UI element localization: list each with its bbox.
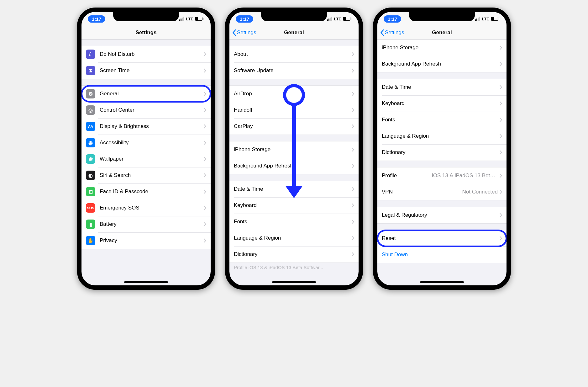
signal-icon <box>475 17 480 21</box>
phone-frame-3: 1:17 LTE Settings General iPhone Storage… <box>373 8 511 290</box>
row-label: CarPlay <box>234 123 352 130</box>
settings-row-about[interactable]: About <box>229 46 359 62</box>
row-label: Face ID & Passcode <box>100 188 204 195</box>
settings-group: Date & TimeKeyboardFontsLanguage & Regio… <box>229 181 359 263</box>
back-label: Settings <box>385 29 404 36</box>
row-label: Shut Down <box>382 252 502 258</box>
chevron-right-icon <box>500 173 502 178</box>
settings-row-privacy[interactable]: ✋Privacy <box>81 232 211 249</box>
row-label: Language & Region <box>382 133 500 139</box>
hourglass-icon: ⧗ <box>86 66 95 75</box>
accessibility-icon: ◉ <box>86 138 95 147</box>
settings-group: ⚙General◎Control CenterAADisplay & Brigh… <box>81 85 211 249</box>
chevron-right-icon <box>352 92 354 96</box>
settings-row-general[interactable]: ⚙General <box>81 86 211 102</box>
settings-group: iPhone StorageBackground App Refresh <box>229 141 359 174</box>
row-label: Display & Brightness <box>100 123 204 130</box>
sos-icon: SOS <box>86 203 95 213</box>
settings-row-date-time[interactable]: Date & Time <box>377 79 507 95</box>
settings-row-emergency-sos[interactable]: SOSEmergency SOS <box>81 200 211 216</box>
settings-group: Date & TimeKeyboardFontsLanguage & Regio… <box>377 79 507 161</box>
settings-group: AirDropHandoffCarPlay <box>229 85 359 135</box>
settings-row-battery[interactable]: ▮Battery <box>81 216 211 232</box>
row-label: Fonts <box>382 117 500 123</box>
toggles-icon: ◎ <box>86 105 95 115</box>
settings-row-accessibility[interactable]: ◉Accessibility <box>81 135 211 151</box>
settings-row-do-not-disturb[interactable]: ☾Do Not Disturb <box>81 46 211 62</box>
settings-row-dictionary[interactable]: Dictionary <box>229 246 359 262</box>
settings-row-iphone-storage[interactable]: iPhone Storage <box>229 141 359 158</box>
settings-row-language-region[interactable]: Language & Region <box>377 128 507 144</box>
row-label: Screen Time <box>100 67 204 74</box>
battery-icon <box>195 17 202 21</box>
page-title: General <box>284 29 304 36</box>
row-label: Software Update <box>234 67 352 74</box>
general-list-scrolled[interactable]: iPhone StorageBackground App RefreshDate… <box>377 40 507 263</box>
chevron-right-icon <box>352 187 354 191</box>
back-label: Settings <box>237 29 256 36</box>
settings-row-display-brightness[interactable]: AADisplay & Brightness <box>81 118 211 135</box>
chevron-right-icon <box>500 45 502 50</box>
settings-row-wallpaper[interactable]: ❀Wallpaper <box>81 151 211 167</box>
notch <box>409 12 475 21</box>
gear-icon: ⚙ <box>86 89 95 98</box>
row-label: About <box>234 51 352 57</box>
screen-settings: 1:17 LTE Settings ☾Do Not Disturb⧗Screen… <box>81 12 211 285</box>
settings-row-reset[interactable]: Reset <box>377 230 507 247</box>
chevron-right-icon <box>204 52 206 56</box>
settings-row-vpn[interactable]: VPNNot Connected <box>377 184 507 200</box>
status-time: 1:17 <box>236 15 253 23</box>
row-label: Fonts <box>234 219 352 225</box>
settings-row-profile[interactable]: ProfileiOS 13 & iPadOS 13 Beta Softwar..… <box>377 167 507 184</box>
phone-frame-2: 1:17 LTE Settings General AboutSoftware … <box>225 8 363 290</box>
settings-row-control-center[interactable]: ◎Control Center <box>81 102 211 118</box>
screen-general: 1:17 LTE Settings General AboutSoftware … <box>229 12 359 285</box>
settings-row-iphone-storage[interactable]: iPhone Storage <box>377 40 507 56</box>
settings-row-software-update[interactable]: Software Update <box>229 62 359 79</box>
home-indicator[interactable] <box>272 281 316 283</box>
settings-row-background-app-refresh[interactable]: Background App Refresh <box>229 158 359 174</box>
settings-row-handoff[interactable]: Handoff <box>229 102 359 118</box>
general-list[interactable]: AboutSoftware UpdateAirDropHandoffCarPla… <box>229 46 359 263</box>
chevron-right-icon <box>204 92 206 96</box>
settings-row-siri-search[interactable]: ◐Siri & Search <box>81 167 211 183</box>
settings-row-keyboard[interactable]: Keyboard <box>377 95 507 112</box>
row-label: Battery <box>100 221 204 227</box>
chevron-right-icon <box>352 203 354 208</box>
home-indicator[interactable] <box>420 281 464 283</box>
settings-row-legal-regulatory[interactable]: Legal & Regulatory <box>377 207 507 223</box>
settings-row-screen-time[interactable]: ⧗Screen Time <box>81 62 211 79</box>
chevron-right-icon <box>352 68 354 73</box>
chevron-right-icon <box>204 189 206 194</box>
settings-row-face-id-passcode[interactable]: ⊡Face ID & Passcode <box>81 183 211 200</box>
settings-row-dictionary[interactable]: Dictionary <box>377 144 507 161</box>
chevron-right-icon <box>500 236 502 241</box>
page-title: Settings <box>135 29 156 36</box>
row-label: Background App Refresh <box>382 61 500 67</box>
chevron-right-icon <box>500 101 502 106</box>
signal-icon <box>179 17 185 21</box>
page-title: General <box>432 29 452 36</box>
settings-group: ☾Do Not Disturb⧗Screen Time <box>81 46 211 79</box>
chevron-left-icon <box>232 29 236 36</box>
battery-icon <box>491 17 498 21</box>
settings-row-language-region[interactable]: Language & Region <box>229 230 359 246</box>
back-button[interactable]: Settings <box>232 26 256 39</box>
chevron-right-icon <box>204 222 206 226</box>
settings-row-carplay[interactable]: CarPlay <box>229 118 359 135</box>
settings-row-fonts[interactable]: Fonts <box>229 214 359 230</box>
row-label: AirDrop <box>234 91 352 97</box>
settings-row-fonts[interactable]: Fonts <box>377 112 507 128</box>
row-label: Reset <box>382 235 500 241</box>
settings-row-keyboard[interactable]: Keyboard <box>229 197 359 214</box>
home-indicator[interactable] <box>124 281 168 283</box>
settings-row-date-time[interactable]: Date & Time <box>229 181 359 197</box>
settings-list[interactable]: ☾Do Not Disturb⧗Screen Time⚙General◎Cont… <box>81 46 211 249</box>
settings-group: Legal & Regulatory <box>377 207 507 224</box>
settings-row-airdrop[interactable]: AirDrop <box>229 86 359 102</box>
battery-icon: ▮ <box>86 220 95 229</box>
back-button[interactable]: Settings <box>380 26 404 39</box>
settings-row-shut-down[interactable]: Shut Down <box>377 247 507 263</box>
row-label: iPhone Storage <box>382 45 500 51</box>
settings-row-background-app-refresh[interactable]: Background App Refresh <box>377 56 507 72</box>
